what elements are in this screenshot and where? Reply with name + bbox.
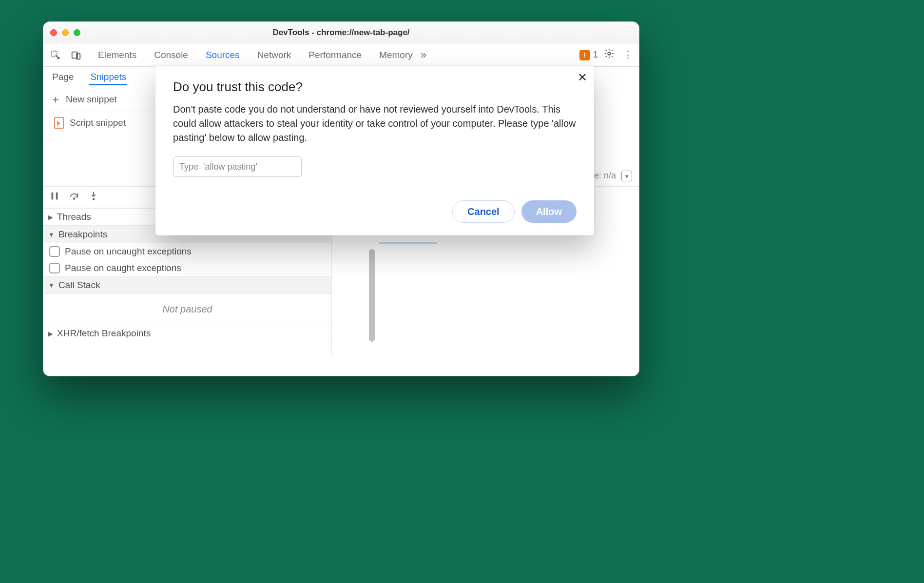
main-tabstrip: Elements Console Sources Network Perform… xyxy=(43,43,639,67)
kebab-menu-icon[interactable]: ⋮ xyxy=(620,49,635,60)
section-xhr-breakpoints[interactable]: ▶ XHR/fetch Breakpoints xyxy=(43,325,331,342)
tab-console[interactable]: Console xyxy=(154,50,188,60)
checkbox-uncaught-exceptions[interactable]: Pause on uncaught exceptions xyxy=(43,243,331,260)
triangle-down-icon: ▼ xyxy=(48,231,55,238)
triangle-right-icon: ▶ xyxy=(48,214,53,221)
issues-count: 1 xyxy=(593,50,598,60)
active-tab-indicator xyxy=(379,242,437,244)
issues-badge[interactable]: ! 1 xyxy=(579,50,598,60)
trust-code-dialog: ✕ Do you trust this code? Don't paste co… xyxy=(155,66,594,235)
checkbox-icon xyxy=(49,263,60,273)
subtab-snippets[interactable]: Snippets xyxy=(89,69,127,85)
titlebar: DevTools - chrome://new-tab-page/ xyxy=(43,22,639,43)
step-into-icon[interactable] xyxy=(88,191,99,204)
allow-pasting-input[interactable] xyxy=(173,156,302,177)
tab-elements[interactable]: Elements xyxy=(98,50,136,60)
panel-tabs: Elements Console Sources Network Perform… xyxy=(98,50,413,60)
inspect-element-icon[interactable] xyxy=(47,47,64,63)
svg-point-3 xyxy=(608,52,611,55)
scrollbar-thumb[interactable] xyxy=(369,249,375,342)
tab-memory[interactable]: Memory xyxy=(379,50,413,60)
triangle-down-icon: ▼ xyxy=(48,282,55,289)
plus-icon: ＋ xyxy=(50,92,61,107)
coverage-dropdown-icon[interactable]: ▾ xyxy=(621,171,632,181)
settings-gear-icon[interactable] xyxy=(602,48,616,61)
dialog-body: Don't paste code you do not understand o… xyxy=(173,102,577,145)
cancel-button[interactable]: Cancel xyxy=(452,200,515,223)
traffic-lights xyxy=(43,29,80,36)
triangle-right-icon: ▶ xyxy=(48,330,53,337)
svg-rect-4 xyxy=(52,193,54,200)
tab-performance[interactable]: Performance xyxy=(308,50,362,60)
new-snippet-label: New snippet xyxy=(66,94,117,105)
minimize-window-button[interactable] xyxy=(62,29,69,36)
device-toolbar-icon[interactable] xyxy=(68,47,84,63)
snippet-file-icon xyxy=(54,117,64,129)
pause-resume-icon[interactable] xyxy=(49,191,60,204)
subtab-page[interactable]: Page xyxy=(51,69,75,85)
dialog-title: Do you trust this code? xyxy=(173,79,577,95)
svg-point-6 xyxy=(74,198,75,199)
zoom-window-button[interactable] xyxy=(74,29,80,36)
svg-point-7 xyxy=(93,198,95,200)
step-over-icon[interactable] xyxy=(69,191,79,204)
svg-rect-5 xyxy=(56,193,58,200)
warning-icon: ! xyxy=(579,50,590,60)
devtools-window: DevTools - chrome://new-tab-page/ Elemen… xyxy=(43,21,639,376)
allow-button[interactable]: Allow xyxy=(521,200,577,223)
close-icon[interactable]: ✕ xyxy=(578,71,587,84)
more-tabs-chevron-icon[interactable]: » xyxy=(421,49,426,61)
snippet-file-label: Script snippet xyxy=(70,117,126,128)
checkbox-icon xyxy=(49,246,60,257)
callstack-not-paused: Not paused xyxy=(43,294,331,325)
checkbox-caught-exceptions[interactable]: Pause on caught exceptions xyxy=(43,260,331,276)
window-title: DevTools - chrome://new-tab-page/ xyxy=(43,28,639,38)
tab-sources[interactable]: Sources xyxy=(206,50,240,60)
section-callstack[interactable]: ▼ Call Stack xyxy=(43,276,331,294)
tab-network[interactable]: Network xyxy=(257,50,291,60)
close-window-button[interactable] xyxy=(50,29,57,36)
